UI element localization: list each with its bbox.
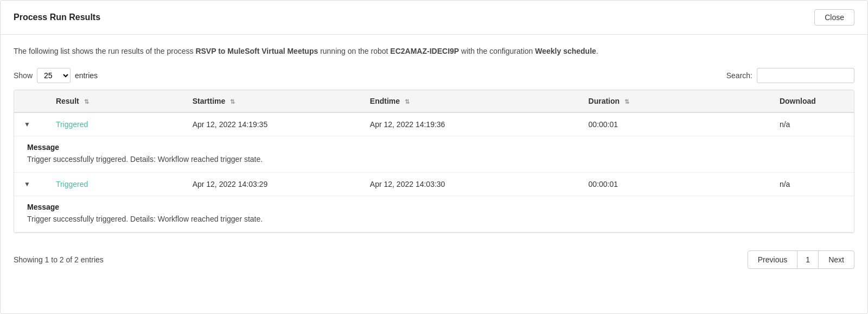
table-message-row: Message Trigger successfully triggered. … (14, 196, 854, 233)
row2-message-text: Trigger successfully triggered. Details:… (27, 215, 841, 223)
row1-message-text: Trigger successfully triggered. Details:… (27, 155, 841, 164)
desc-middle: running on the robot (318, 47, 390, 55)
footer-row: Showing 1 to 2 of 2 entries Previous 1 N… (14, 244, 854, 271)
table-row: ▼ Triggered Apr 12, 2022 14:03:29 Apr 12… (14, 173, 854, 196)
row2-endtime: Apr 12, 2022 14:03:30 (362, 173, 581, 196)
table-row: ▼ Triggered Apr 12, 2022 14:19:35 Apr 12… (14, 112, 854, 136)
modal-title: Process Run Results (14, 12, 100, 22)
row2-duration: 00:00:01 (581, 173, 772, 196)
row1-result: Triggered (48, 112, 185, 136)
row1-duration: 00:00:01 (581, 112, 772, 136)
col-header-duration[interactable]: Duration ⇅ (581, 90, 772, 112)
row1-toggle-cell: ▼ (14, 112, 48, 136)
row2-result: Triggered (48, 173, 185, 196)
sort-icon-endtime: ⇅ (405, 98, 410, 105)
row2-starttime: Apr 12, 2022 14:03:29 (185, 173, 362, 196)
modal-header: Process Run Results Close (1, 1, 867, 35)
sort-icon-duration: ⇅ (624, 98, 629, 105)
row1-message-cell: Message Trigger successfully triggered. … (14, 136, 854, 173)
col-header-toggle (14, 90, 48, 112)
entries-select[interactable]: 10 25 50 100 (37, 68, 71, 83)
row2-toggle-cell: ▼ (14, 173, 48, 196)
showing-text: Showing 1 to 2 of 2 entries (14, 255, 104, 264)
search-input[interactable] (757, 68, 854, 83)
row1-download: n/a (772, 112, 854, 136)
search-label: Search: (726, 71, 752, 80)
row2-download: n/a (772, 173, 854, 196)
desc-config-prefix: with the configuration (459, 47, 535, 55)
desc-suffix: . (596, 47, 598, 55)
table-header-row: Result ⇅ Starttime ⇅ Endtime ⇅ Duratio (14, 90, 854, 112)
row1-message-heading: Message (27, 143, 841, 152)
col-header-download: Download (772, 90, 854, 112)
row2-message-cell: Message Trigger successfully triggered. … (14, 196, 854, 233)
process-run-results-modal: Process Run Results Close The following … (0, 0, 868, 314)
desc-prefix: The following list shows the run results… (14, 47, 195, 55)
config-name: Weekly schedule (535, 47, 596, 55)
table-message-row: Message Trigger successfully triggered. … (14, 136, 854, 173)
row1-toggle-button[interactable]: ▼ (22, 120, 33, 129)
search-row: Search: (726, 68, 854, 83)
results-table: Result ⇅ Starttime ⇅ Endtime ⇅ Duratio (14, 90, 854, 233)
process-name: RSVP to MuleSoft Virtual Meetups (195, 47, 318, 55)
page-number-1[interactable]: 1 (797, 250, 818, 269)
col-header-endtime[interactable]: Endtime ⇅ (362, 90, 581, 112)
row1-starttime: Apr 12, 2022 14:19:35 (185, 112, 362, 136)
previous-button[interactable]: Previous (748, 250, 797, 269)
modal-body: The following list shows the run results… (1, 35, 867, 313)
results-table-wrapper: Result ⇅ Starttime ⇅ Endtime ⇅ Duratio (14, 90, 854, 233)
close-button[interactable]: Close (814, 9, 854, 26)
robot-name: EC2AMAZ-IDECI9P (390, 47, 459, 55)
next-button[interactable]: Next (818, 250, 854, 269)
entries-label: entries (75, 71, 98, 80)
show-entries: Show 10 25 50 100 entries (14, 68, 98, 83)
pagination: Previous 1 Next (748, 250, 854, 269)
show-label: Show (14, 71, 33, 80)
description-text: The following list shows the run results… (14, 46, 854, 57)
row2-message-heading: Message (27, 203, 841, 211)
sort-icon-result: ⇅ (84, 98, 89, 105)
row1-endtime: Apr 12, 2022 14:19:36 (362, 112, 581, 136)
col-header-starttime[interactable]: Starttime ⇅ (185, 90, 362, 112)
row2-toggle-button[interactable]: ▼ (22, 179, 33, 189)
controls-row: Show 10 25 50 100 entries Search: (14, 68, 854, 83)
sort-icon-starttime: ⇅ (230, 98, 235, 105)
col-header-result[interactable]: Result ⇅ (48, 90, 185, 112)
